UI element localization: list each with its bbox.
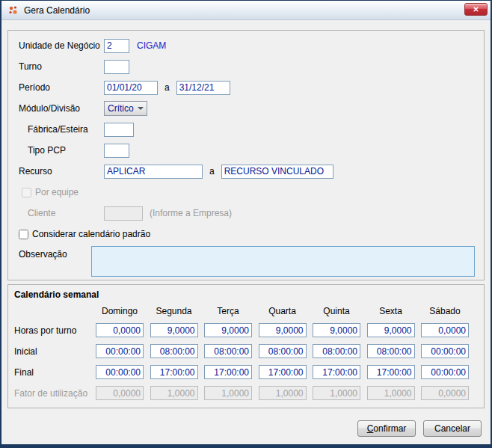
tipo-pcp-label: Tipo PCP bbox=[19, 145, 104, 156]
turno-input[interactable] bbox=[104, 60, 129, 74]
inicial-quinta-input[interactable] bbox=[313, 344, 360, 358]
fator-quarta-input bbox=[259, 386, 307, 400]
observacao-label: Observação bbox=[19, 246, 91, 260]
recurso-from-input[interactable] bbox=[104, 165, 203, 179]
row-recurso: Recurso a bbox=[19, 161, 478, 182]
row-turno: Turno bbox=[19, 56, 478, 77]
recurso-separator: a bbox=[209, 166, 215, 177]
turno-label: Turno bbox=[19, 61, 104, 72]
row-tipo-pcp: Tipo PCP bbox=[19, 140, 478, 161]
inicial-terca-input[interactable] bbox=[204, 344, 252, 358]
cliente-input bbox=[104, 206, 143, 221]
por-equipe-checkbox bbox=[22, 188, 31, 197]
confirmar-button-label: Confirmar bbox=[358, 423, 415, 434]
fabrica-esteira-label: Fábrica/Esteira bbox=[19, 124, 104, 135]
gera-calendario-window: Gera Calendário ✕ Unidade de Negócio CIG… bbox=[0, 0, 492, 448]
weekly-row-label-fator: Fator de utilização bbox=[14, 388, 96, 399]
horas-sexta-input[interactable] bbox=[367, 323, 415, 337]
unidade-negocio-label: Unidade de Negócio bbox=[19, 40, 104, 51]
app-icon bbox=[7, 4, 19, 16]
day-header-sexta: Sexta bbox=[367, 306, 415, 316]
day-header-domingo: Domingo bbox=[96, 306, 144, 316]
periodo-separator: a bbox=[164, 82, 170, 93]
fator-segunda-input bbox=[150, 386, 198, 400]
considerar-padrao-label: Considerar calendário padrão bbox=[32, 229, 150, 239]
row-cliente: Cliente (Informe a Empresa) bbox=[19, 203, 478, 224]
cliente-label: Cliente bbox=[19, 208, 104, 218]
cancelar-button[interactable]: Cancelar bbox=[423, 420, 482, 437]
horas-quinta-input[interactable] bbox=[313, 323, 360, 337]
inicial-segunda-input[interactable] bbox=[150, 344, 198, 358]
inicial-domingo-input[interactable] bbox=[96, 344, 144, 358]
fabrica-esteira-input[interactable] bbox=[104, 123, 134, 137]
final-domingo-input[interactable] bbox=[96, 365, 144, 379]
horas-sabado-input[interactable] bbox=[421, 323, 469, 337]
inicial-quarta-input[interactable] bbox=[259, 344, 307, 358]
day-header-sabado: Sábado bbox=[421, 306, 469, 316]
final-segunda-input[interactable] bbox=[150, 365, 198, 379]
recurso-to-input[interactable] bbox=[221, 165, 333, 179]
row-modulo-divisao: Módulo/Divisão Crítico bbox=[19, 98, 478, 119]
close-button[interactable]: ✕ bbox=[464, 3, 488, 16]
unidade-negocio-desc: CIGAM bbox=[137, 40, 166, 51]
tipo-pcp-input[interactable] bbox=[104, 144, 129, 158]
window-title: Gera Calendário bbox=[24, 5, 90, 16]
recurso-label: Recurso bbox=[19, 166, 104, 177]
dialog-footer: Confirmar Cancelar bbox=[357, 420, 482, 437]
weekly-calendar-section: Calendário semanal Domingo Segunda Terça… bbox=[7, 284, 485, 408]
row-fabrica-esteira: Fábrica/Esteira bbox=[19, 119, 478, 140]
close-icon: ✕ bbox=[473, 5, 479, 13]
row-periodo: Período a bbox=[19, 77, 478, 98]
considerar-padrao-checkbox[interactable] bbox=[19, 230, 28, 239]
row-observacao: Observação bbox=[19, 245, 478, 277]
day-header-quarta: Quarta bbox=[259, 306, 307, 316]
cancelar-button-label: Cancelar bbox=[424, 423, 481, 434]
fator-terca-input bbox=[204, 386, 252, 400]
inicial-sexta-input[interactable] bbox=[367, 344, 415, 358]
horas-segunda-input[interactable] bbox=[150, 323, 198, 337]
modulo-divisao-value: Crítico bbox=[108, 103, 134, 114]
day-header-segunda: Segunda bbox=[150, 306, 198, 316]
horas-quarta-input[interactable] bbox=[259, 323, 307, 337]
fator-sexta-input bbox=[367, 386, 415, 400]
observacao-textarea[interactable] bbox=[91, 246, 475, 277]
row-unidade-negocio: Unidade de Negócio CIGAM bbox=[19, 35, 478, 56]
inicial-sabado-input[interactable] bbox=[421, 344, 469, 358]
periodo-to-input[interactable] bbox=[176, 81, 230, 95]
fator-sabado-input bbox=[421, 386, 469, 400]
cliente-hint: (Informe a Empresa) bbox=[150, 208, 232, 218]
unidade-negocio-input[interactable] bbox=[104, 39, 129, 53]
row-considerar-padrao: Considerar calendário padrão bbox=[19, 224, 478, 245]
horas-terca-input[interactable] bbox=[204, 323, 252, 337]
day-header-terca: Terça bbox=[204, 306, 252, 316]
row-por-equipe: Por equipe bbox=[19, 182, 478, 203]
modulo-divisao-select[interactable]: Crítico bbox=[104, 101, 147, 116]
confirmar-button[interactable]: Confirmar bbox=[357, 420, 416, 437]
form-panel: Unidade de Negócio CIGAM Turno Período a… bbox=[7, 30, 485, 280]
modulo-divisao-label: Módulo/Divisão bbox=[19, 103, 104, 114]
titlebar[interactable]: Gera Calendário ✕ bbox=[1, 1, 491, 20]
weekly-calendar-title: Calendário semanal bbox=[14, 289, 478, 300]
final-sexta-input[interactable] bbox=[367, 365, 415, 379]
final-quinta-input[interactable] bbox=[313, 365, 360, 379]
weekly-row-label-inicial: Inicial bbox=[14, 346, 96, 357]
chevron-down-icon bbox=[138, 107, 144, 110]
weekly-row-label-horas: Horas por turno bbox=[14, 325, 96, 336]
final-terca-input[interactable] bbox=[204, 365, 252, 379]
periodo-from-input[interactable] bbox=[104, 81, 158, 95]
final-sabado-input[interactable] bbox=[421, 365, 469, 379]
fator-quinta-input bbox=[313, 386, 360, 400]
fator-domingo-input bbox=[96, 386, 144, 400]
por-equipe-label: Por equipe bbox=[35, 187, 79, 197]
day-header-quinta: Quinta bbox=[313, 306, 360, 316]
periodo-label: Período bbox=[19, 82, 104, 93]
weekly-row-label-final: Final bbox=[14, 367, 96, 378]
horas-domingo-input[interactable] bbox=[96, 323, 144, 337]
final-quarta-input[interactable] bbox=[259, 365, 307, 379]
weekly-calendar-grid: Domingo Segunda Terça Quarta Quinta Sext… bbox=[14, 306, 478, 400]
